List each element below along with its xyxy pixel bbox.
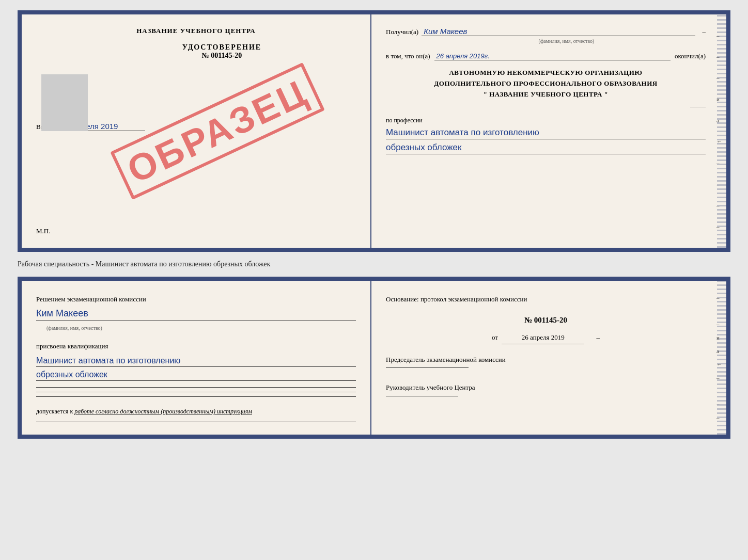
- in-that-label: в том, что он(а): [386, 52, 430, 60]
- allowed-line: допускается к работе согласно должностны…: [36, 405, 356, 418]
- blank-line1: [36, 387, 356, 388]
- description-line: Рабочая специальность - Машинист автомат…: [18, 260, 730, 268]
- bottom-document: Решением экзаменационной комиссии Ким Ма…: [18, 277, 730, 439]
- head-label: Руководитель учебного Центра: [386, 382, 706, 393]
- name-hint-top: (фамилия, имя, отчество): [427, 38, 706, 44]
- received-field: Получил(а) Ким Макеев –: [386, 27, 706, 36]
- cert-number: № 001145-20: [88, 52, 356, 60]
- basis-label: Основание: протокол экзаменационной коми…: [386, 293, 706, 305]
- allowed-text: работе согласно должностным (производств…: [74, 408, 252, 415]
- blank-line2: [36, 392, 356, 392]
- protocol-number: № 001145-20: [386, 313, 706, 327]
- org-line3: " НАЗВАНИЕ УЧЕБНОГО ЦЕНТРА ": [386, 89, 706, 100]
- finished-label: окончил(а): [675, 52, 706, 60]
- photo-placeholder: [41, 74, 88, 131]
- top-doc-left: НАЗВАНИЕ УЧЕБНОГО ЦЕНТРА УДОСТОВЕРЕНИЕ №…: [22, 14, 371, 248]
- in-that-line: в том, что он(а) 26 апреля 2019г. окончи…: [386, 52, 706, 60]
- top-doc-right: Получил(а) Ким Макеев – (фамилия, имя, о…: [371, 14, 726, 248]
- cert-label: УДОСТОВЕРЕНИЕ: [88, 43, 356, 52]
- chair-signature-line: [386, 367, 469, 368]
- right-dashes: – – – и а ← – – – –: [716, 14, 722, 248]
- date-value: 26 апреля 2019: [502, 331, 584, 344]
- assigned-label: присвоена квалификация: [36, 340, 356, 353]
- bottom-name: Ким Макеев: [36, 307, 356, 321]
- qual-line2: обрезных обложек: [36, 369, 356, 381]
- bottom-doc-right: Основание: протокол экзаменационной коми…: [371, 281, 726, 435]
- profession-label: по профессии: [386, 117, 706, 124]
- date-dash: –: [597, 333, 600, 341]
- chair-label: Председатель экзаменационной комиссии: [386, 355, 706, 365]
- bottom-right-dashes: – – – и а ← – – – –: [716, 281, 722, 435]
- bottom-doc-left: Решением экзаменационной комиссии Ким Ма…: [22, 281, 371, 435]
- received-name: Ким Макеев: [422, 27, 695, 36]
- dash1: –: [703, 28, 706, 36]
- obrazec-watermark: ОБРАЗЕЦ: [110, 62, 325, 200]
- bottom-name-hint: (фамилия, имя, отчество): [46, 323, 356, 333]
- profession-line1: Машинист автомата по изготовлению: [386, 126, 706, 139]
- blank-line3: [36, 396, 356, 397]
- decision-label: Решением экзаменационной комиссии: [36, 293, 356, 305]
- qual-line1: Машинист автомата по изготовлению: [36, 355, 356, 367]
- org-line1: АВТОНОМНУЮ НЕКОММЕРЧЕСКУЮ ОРГАНИЗАЦИЮ: [386, 68, 706, 78]
- profession-line2: обрезных обложек: [386, 141, 706, 154]
- mp-label: М.П.: [36, 227, 356, 235]
- top-left-title: НАЗВАНИЕ УЧЕБНОГО ЦЕНТРА: [36, 27, 356, 35]
- org-block: АВТОНОМНУЮ НЕКОММЕРЧЕСКУЮ ОРГАНИЗАЦИЮ ДО…: [386, 68, 706, 100]
- protocol-date: от 26 апреля 2019 –: [386, 331, 706, 344]
- in-that-date: 26 апреля 2019г.: [434, 52, 671, 60]
- top-document: НАЗВАНИЕ УЧЕБНОГО ЦЕНТРА УДОСТОВЕРЕНИЕ №…: [18, 10, 730, 252]
- allowed-label: допускается к: [36, 408, 73, 415]
- watermark-area: УДОСТОВЕРЕНИЕ № 001145-20 ОБРАЗЕЦ Выдано…: [36, 43, 356, 219]
- received-label: Получил(а): [386, 28, 418, 36]
- faint-text: –––––: [386, 103, 706, 110]
- org-line2: ДОПОЛНИТЕЛЬНОГО ПРОФЕССИОНАЛЬНОГО ОБРАЗО…: [386, 78, 706, 89]
- head-signature-line: [386, 396, 458, 396]
- blank-line4: [36, 422, 356, 422]
- date-prefix: от: [492, 333, 498, 341]
